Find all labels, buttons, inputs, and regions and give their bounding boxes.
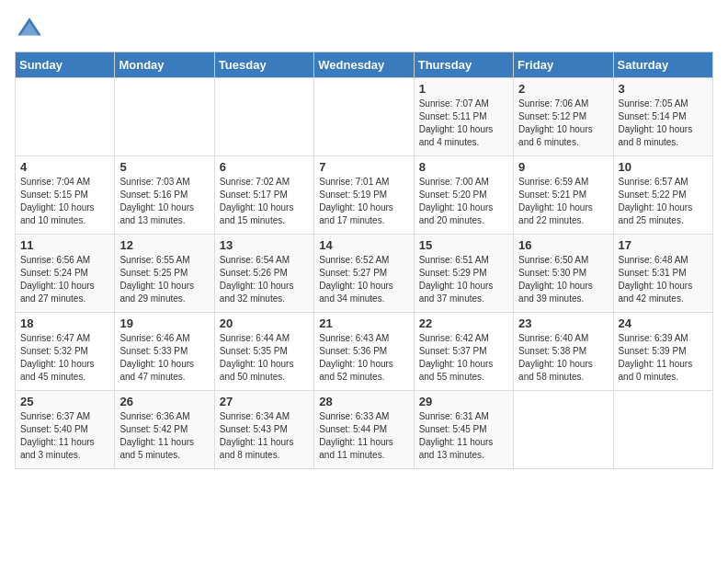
day-number: 20 [220,316,309,330]
day-number: 10 [619,160,708,174]
calendar-cell [214,78,313,156]
day-number: 17 [619,238,708,252]
day-of-week-tuesday: Tuesday [214,52,313,78]
day-of-week-monday: Monday [115,52,214,78]
calendar-table: SundayMondayTuesdayWednesdayThursdayFrid… [15,52,713,469]
day-info: Sunrise: 6:37 AM Sunset: 5:40 PM Dayligh… [20,410,109,462]
calendar-cell: 25Sunrise: 6:37 AM Sunset: 5:40 PM Dayli… [16,391,115,469]
day-number: 21 [319,316,408,330]
day-number: 25 [20,395,109,408]
calendar-cell: 6Sunrise: 7:02 AM Sunset: 5:17 PM Daylig… [214,156,313,235]
calendar-cell: 2Sunrise: 7:06 AM Sunset: 5:12 PM Daylig… [514,78,613,156]
day-number: 13 [220,238,309,252]
calendar-cell: 17Sunrise: 6:48 AM Sunset: 5:31 PM Dayli… [613,235,712,313]
day-info: Sunrise: 6:47 AM Sunset: 5:32 PM Dayligh… [20,332,109,384]
calendar-cell [115,78,214,156]
day-info: Sunrise: 6:46 AM Sunset: 5:33 PM Dayligh… [119,332,209,384]
calendar-cell: 12Sunrise: 6:55 AM Sunset: 5:25 PM Dayli… [115,235,214,313]
day-number: 5 [119,160,209,174]
day-of-week-saturday: Saturday [613,52,712,78]
calendar-cell: 28Sunrise: 6:33 AM Sunset: 5:44 PM Dayli… [314,391,414,469]
calendar-header: SundayMondayTuesdayWednesdayThursdayFrid… [16,52,713,78]
day-number: 12 [119,238,209,252]
calendar-cell: 20Sunrise: 6:44 AM Sunset: 5:35 PM Dayli… [214,313,313,391]
day-info: Sunrise: 6:42 AM Sunset: 5:37 PM Dayligh… [419,332,508,384]
day-number: 26 [119,395,209,408]
day-number: 23 [518,316,608,330]
day-info: Sunrise: 7:01 AM Sunset: 5:19 PM Dayligh… [319,176,408,227]
calendar-cell: 4Sunrise: 7:04 AM Sunset: 5:15 PM Daylig… [16,156,115,235]
calendar-cell: 19Sunrise: 6:46 AM Sunset: 5:33 PM Dayli… [115,313,214,391]
day-info: Sunrise: 6:48 AM Sunset: 5:31 PM Dayligh… [619,254,708,305]
day-number: 7 [319,160,408,174]
calendar-cell: 5Sunrise: 7:03 AM Sunset: 5:16 PM Daylig… [115,156,214,235]
day-info: Sunrise: 6:50 AM Sunset: 5:30 PM Dayligh… [518,254,608,305]
calendar-cell: 3Sunrise: 7:05 AM Sunset: 5:14 PM Daylig… [613,78,712,156]
day-info: Sunrise: 6:39 AM Sunset: 5:39 PM Dayligh… [619,332,708,384]
day-number: 16 [518,238,608,252]
day-number: 18 [20,316,109,330]
day-number: 9 [518,160,608,174]
day-info: Sunrise: 6:36 AM Sunset: 5:42 PM Dayligh… [119,410,209,462]
calendar-cell: 29Sunrise: 6:31 AM Sunset: 5:45 PM Dayli… [414,391,513,469]
day-of-week-wednesday: Wednesday [314,52,414,78]
calendar-cell: 10Sunrise: 6:57 AM Sunset: 5:22 PM Dayli… [613,156,712,235]
day-info: Sunrise: 7:06 AM Sunset: 5:12 PM Dayligh… [518,98,608,149]
day-number: 1 [419,82,508,96]
calendar-week-4: 18Sunrise: 6:47 AM Sunset: 5:32 PM Dayli… [16,313,713,391]
day-info: Sunrise: 6:43 AM Sunset: 5:36 PM Dayligh… [319,332,408,384]
calendar-cell: 11Sunrise: 6:56 AM Sunset: 5:24 PM Dayli… [16,235,115,313]
day-info: Sunrise: 6:34 AM Sunset: 5:43 PM Dayligh… [220,410,309,462]
day-number: 19 [119,316,209,330]
day-of-week-friday: Friday [514,52,613,78]
day-number: 24 [619,316,708,330]
calendar-cell: 21Sunrise: 6:43 AM Sunset: 5:36 PM Dayli… [314,313,414,391]
day-number: 6 [220,160,309,174]
day-info: Sunrise: 7:05 AM Sunset: 5:14 PM Dayligh… [619,98,708,149]
day-number: 28 [319,395,408,408]
day-info: Sunrise: 7:00 AM Sunset: 5:20 PM Dayligh… [419,176,508,227]
calendar-cell [613,391,712,469]
calendar-cell: 13Sunrise: 6:54 AM Sunset: 5:26 PM Dayli… [214,235,313,313]
calendar-cell: 1Sunrise: 7:07 AM Sunset: 5:11 PM Daylig… [414,78,513,156]
day-info: Sunrise: 6:44 AM Sunset: 5:35 PM Dayligh… [220,332,309,384]
calendar-cell: 22Sunrise: 6:42 AM Sunset: 5:37 PM Dayli… [414,313,513,391]
day-number: 15 [419,238,508,252]
day-of-week-thursday: Thursday [414,52,513,78]
day-info: Sunrise: 7:07 AM Sunset: 5:11 PM Dayligh… [419,98,508,149]
day-of-week-sunday: Sunday [16,52,115,78]
day-number: 14 [319,238,408,252]
day-number: 8 [419,160,508,174]
calendar-week-2: 4Sunrise: 7:04 AM Sunset: 5:15 PM Daylig… [16,156,713,235]
day-number: 3 [619,82,708,96]
day-info: Sunrise: 6:51 AM Sunset: 5:29 PM Dayligh… [419,254,508,305]
day-info: Sunrise: 7:02 AM Sunset: 5:17 PM Dayligh… [220,176,309,227]
day-info: Sunrise: 6:52 AM Sunset: 5:27 PM Dayligh… [319,254,408,305]
calendar-cell: 14Sunrise: 6:52 AM Sunset: 5:27 PM Dayli… [314,235,414,313]
day-info: Sunrise: 6:55 AM Sunset: 5:25 PM Dayligh… [119,254,209,305]
day-number: 27 [220,395,309,408]
day-info: Sunrise: 7:03 AM Sunset: 5:16 PM Dayligh… [119,176,209,227]
calendar-cell: 9Sunrise: 6:59 AM Sunset: 5:21 PM Daylig… [514,156,613,235]
calendar-week-3: 11Sunrise: 6:56 AM Sunset: 5:24 PM Dayli… [16,235,713,313]
day-info: Sunrise: 7:04 AM Sunset: 5:15 PM Dayligh… [20,176,109,227]
day-number: 29 [419,395,508,408]
calendar-cell: 27Sunrise: 6:34 AM Sunset: 5:43 PM Dayli… [214,391,313,469]
day-number: 11 [20,238,109,252]
days-of-week-row: SundayMondayTuesdayWednesdayThursdayFrid… [16,52,713,78]
logo [15,15,48,44]
day-info: Sunrise: 6:57 AM Sunset: 5:22 PM Dayligh… [619,176,708,227]
day-info: Sunrise: 6:31 AM Sunset: 5:45 PM Dayligh… [419,410,508,462]
calendar-cell: 7Sunrise: 7:01 AM Sunset: 5:19 PM Daylig… [314,156,414,235]
calendar-cell: 8Sunrise: 7:00 AM Sunset: 5:20 PM Daylig… [414,156,513,235]
calendar-week-5: 25Sunrise: 6:37 AM Sunset: 5:40 PM Dayli… [16,391,713,469]
day-info: Sunrise: 6:40 AM Sunset: 5:38 PM Dayligh… [518,332,608,384]
day-info: Sunrise: 6:33 AM Sunset: 5:44 PM Dayligh… [319,410,408,462]
day-info: Sunrise: 6:59 AM Sunset: 5:21 PM Dayligh… [518,176,608,227]
calendar-cell [514,391,613,469]
calendar-cell: 24Sunrise: 6:39 AM Sunset: 5:39 PM Dayli… [613,313,712,391]
calendar-cell [16,78,115,156]
logo-icon [15,15,44,44]
calendar-body: 1Sunrise: 7:07 AM Sunset: 5:11 PM Daylig… [16,78,713,469]
calendar-cell: 15Sunrise: 6:51 AM Sunset: 5:29 PM Dayli… [414,235,513,313]
